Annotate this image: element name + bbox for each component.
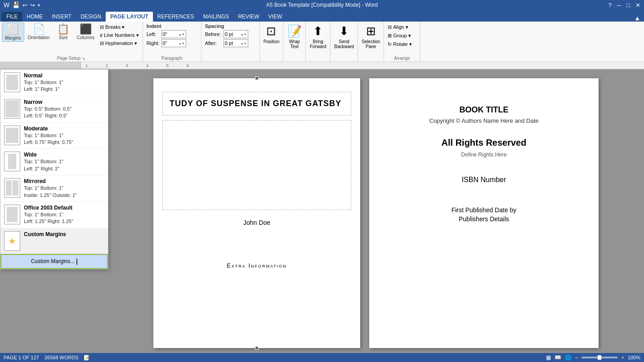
line-numbers-button[interactable]: # Line Numbers ▾ (98, 31, 141, 39)
publishers-text: Publishers Details (459, 215, 509, 223)
margin-option-mirrored[interactable]: Mirrored Top: 1" Bottom: 1" Inside: 1.25… (0, 175, 108, 202)
margins-label: Margins (5, 36, 21, 40)
group-icon: ⊞ (388, 33, 392, 39)
margins-dropdown: Normal Top: 1" Bottom: 1" Left: 1" Right… (0, 69, 108, 269)
proofing-icon[interactable]: 📝 (84, 355, 90, 361)
moderate-margin-name: Moderate (24, 125, 104, 132)
indent-left-input[interactable]: 0" ▲▼ (161, 30, 186, 38)
narrow-margin-name: Narrow (24, 99, 104, 105)
align-icon: ⊟ (388, 24, 392, 30)
send-backward-button[interactable]: ⬇ SendBackward (332, 23, 356, 55)
minimize-button[interactable]: ─ (617, 2, 621, 9)
wrap-text-label: WrapText (289, 39, 300, 49)
help-button[interactable]: ? (608, 2, 612, 9)
tab-view[interactable]: VIEW (264, 12, 287, 22)
margin-option-office2003[interactable]: Office 2003 Default Top: 1" Bottom: 1" L… (0, 202, 108, 228)
customize-qa-icon[interactable]: ▾ (38, 3, 40, 8)
handle-top-center (255, 76, 259, 80)
mirrored-margin-detail: Top: 1" Bottom: 1" Inside: 1.25" Outside… (24, 185, 104, 199)
rotate-icon: ↻ (388, 41, 392, 47)
page-setup-expand-icon[interactable]: ↘ (82, 56, 85, 61)
align-button[interactable]: ⊟ Align ▾ (386, 23, 418, 31)
close-button[interactable]: ✕ (635, 2, 640, 9)
bring-forward-icon: ⬆ (313, 24, 323, 38)
breaks-icon: ⊟ (100, 24, 104, 30)
wide-margin-name: Wide (24, 152, 104, 158)
size-button[interactable]: 📋 Size (54, 22, 73, 41)
ruler-mark: 4 (146, 63, 148, 68)
position-icon: ⊡ (266, 24, 276, 38)
selection-pane-button[interactable]: ⊞ SelectionPane (360, 23, 382, 55)
ruler-mark: 3 (126, 63, 128, 68)
custom-margins-button[interactable]: Custom Margins... (0, 254, 108, 269)
wide-margin-detail: Top: 1" Bottom: 1" Left: 2" Right: 2" (24, 158, 104, 172)
group-label: Group ▾ (393, 33, 411, 39)
breaks-button[interactable]: ⊟ Breaks ▾ (98, 23, 141, 31)
zoom-slider[interactable] (581, 357, 617, 358)
tab-home[interactable]: HOME (22, 12, 47, 22)
margin-option-custom[interactable]: ★ Custom Margins (0, 228, 108, 254)
margin-option-wide[interactable]: Wide Top: 1" Bottom: 1" Left: 2" Right: … (0, 149, 108, 175)
selection-pane-icon: ⊞ (366, 24, 376, 38)
published-text: First Published Date by (452, 206, 517, 214)
save-icon[interactable]: 💾 (12, 1, 20, 9)
page-title-text: TUDY OF SUSPENSE IN GREAT GATSBY (170, 99, 344, 108)
mirrored-margin-name: Mirrored (24, 178, 104, 184)
normal-margin-detail: Top: 1" Bottom: 1" Left: 1" Right: 1" (24, 79, 104, 93)
tab-review[interactable]: REVIEW (233, 12, 264, 22)
hyphenation-button[interactable]: ⊟ Hyphenation ▾ (98, 40, 141, 47)
redo-icon[interactable]: ↪ (30, 2, 35, 9)
margin-option-narrow[interactable]: Narrow Top: 0.5" Bottom: 0.5" Left: 0.5"… (0, 96, 108, 123)
spacing-before-label: Before: (205, 31, 222, 37)
spacing-after-label: After: (205, 40, 222, 46)
position-button[interactable]: ⊡ Position (262, 23, 282, 50)
rotate-button[interactable]: ↻ Rotate ▾ (386, 40, 418, 48)
size-icon: 📋 (57, 23, 69, 35)
zoom-in-icon[interactable]: + (621, 355, 624, 360)
indent-right-input[interactable]: 0" ▲▼ (161, 39, 186, 47)
size-label: Size (59, 35, 67, 40)
tab-page-layout[interactable]: PAGE LAYOUT (106, 12, 153, 22)
spacing-after-input[interactable]: 0 pt ▲▼ (224, 39, 248, 47)
right-page[interactable]: BOOK TITLE Copyright © Authors Name Here… (369, 78, 599, 348)
office2003-margin-icon (4, 205, 20, 224)
app-icon: W (4, 1, 9, 9)
left-page[interactable]: TUDY OF SUSPENSE IN GREAT GATSBY John Do… (153, 78, 360, 348)
orientation-button[interactable]: 📄 Orientation (25, 22, 53, 41)
margin-option-moderate[interactable]: Moderate Top: 1" Bottom: 1" Left: 0.75" … (0, 123, 108, 149)
office2003-margin-detail: Top: 1" Bottom: 1" Left: 1.25" Right: 1.… (24, 211, 104, 225)
tab-mailings[interactable]: MAILINGS (199, 12, 233, 22)
orientation-label: Orientation (28, 35, 50, 40)
author-name: John Doe (153, 219, 360, 226)
columns-button[interactable]: ⬛ Columns (74, 22, 97, 41)
page-setup-label: Page Setup ↘ (57, 56, 85, 61)
view-icon-print[interactable]: ▦ (546, 354, 551, 361)
ruler-mark: 1 (85, 63, 88, 68)
group-button[interactable]: ⊞ Group ▾ (386, 32, 418, 40)
hyphenation-icon: ⊟ (100, 40, 104, 46)
wrap-text-button[interactable]: 📝 WrapText (286, 23, 304, 55)
tab-references[interactable]: REFERENCES (153, 12, 199, 22)
view-icon-web[interactable]: 🌐 (565, 354, 572, 361)
undo-icon[interactable]: ↩ (22, 2, 27, 9)
hyphenation-label: Hyphenation ▾ (105, 40, 137, 46)
tab-file[interactable]: FILE (2, 12, 22, 22)
selection-pane-label: SelectionPane (362, 39, 380, 49)
custom-margin-icon: ★ (4, 231, 20, 251)
ruler-mark: 6 (187, 63, 189, 68)
columns-label: Columns (77, 35, 94, 40)
restore-button[interactable]: □ (626, 2, 630, 9)
ribbon-collapse-icon[interactable]: ▲ (634, 14, 640, 22)
margins-button[interactable]: ⬜ Margins (2, 22, 24, 42)
cursor-indicator (76, 259, 77, 265)
tab-insert[interactable]: INSERT (47, 12, 76, 22)
zoom-out-icon[interactable]: − (575, 355, 578, 360)
normal-margin-icon (4, 72, 20, 92)
bring-forward-label: BringForward (310, 39, 326, 49)
margin-option-normal[interactable]: Normal Top: 1" Bottom: 1" Left: 1" Right… (0, 70, 108, 96)
spacing-before-input[interactable]: 0 pt ▲▼ (224, 30, 248, 38)
bring-forward-button[interactable]: ⬆ BringForward (308, 23, 328, 55)
view-icon-reading[interactable]: 📖 (555, 354, 561, 361)
tab-design[interactable]: DESIGN (76, 12, 106, 22)
word-count: 26568 WORDS (45, 355, 79, 360)
